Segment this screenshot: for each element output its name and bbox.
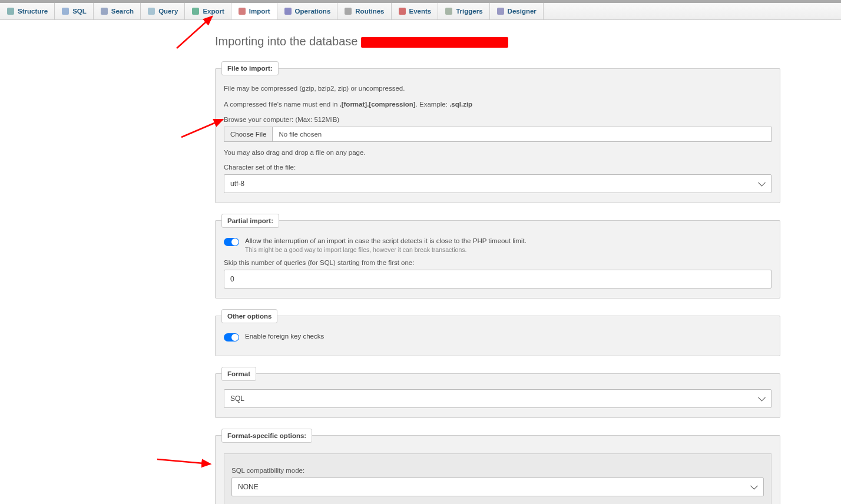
svg-rect-3 bbox=[148, 8, 155, 15]
tab-export[interactable]: Export bbox=[185, 3, 231, 19]
legend-other-options: Other options bbox=[221, 309, 277, 323]
skip-queries-label: Skip this number of queries (for SQL) st… bbox=[224, 259, 772, 266]
tab-label: Export bbox=[203, 8, 224, 15]
svg-rect-5 bbox=[239, 8, 246, 15]
svg-rect-10 bbox=[497, 8, 504, 15]
db-name-redacted bbox=[361, 37, 508, 48]
help-compress-2: A compressed file's name must end in .[f… bbox=[224, 100, 772, 110]
tab-label: Routines bbox=[355, 8, 384, 15]
svg-rect-9 bbox=[445, 8, 452, 15]
tab-label: Events bbox=[409, 8, 432, 15]
legend-file-to-import: File to import: bbox=[221, 61, 279, 75]
panel-other-options: Other options Enable foreign key checks bbox=[215, 309, 780, 356]
tab-sql[interactable]: SQL bbox=[55, 3, 94, 19]
designer-icon bbox=[496, 7, 505, 15]
tab-search[interactable]: Search bbox=[94, 3, 141, 19]
help-compress-1: File may be compressed (gzip, bzip2, zip… bbox=[224, 84, 772, 94]
compat-mode-label: SQL compatibility mode: bbox=[231, 467, 764, 474]
annotation-arrow-import-button bbox=[154, 453, 219, 471]
toggle-foreign-key-checks[interactable] bbox=[224, 333, 239, 341]
browse-label: Browse your computer: (Max: 512MiB) bbox=[224, 116, 772, 123]
tab-events[interactable]: Events bbox=[392, 3, 439, 19]
triggers-icon bbox=[445, 7, 453, 15]
charset-select[interactable]: utf-8 bbox=[224, 174, 772, 193]
svg-rect-4 bbox=[192, 8, 199, 15]
tab-label: Import bbox=[249, 8, 270, 15]
tab-triggers[interactable]: Triggers bbox=[438, 3, 489, 19]
svg-rect-0 bbox=[7, 8, 14, 15]
inner-format-panel: SQL compatibility mode: NONE Do not use … bbox=[224, 453, 772, 504]
svg-line-13 bbox=[157, 459, 210, 464]
svg-rect-1 bbox=[62, 8, 69, 15]
svg-rect-7 bbox=[345, 8, 352, 15]
tab-label: Operations bbox=[295, 8, 331, 15]
panel-partial-import: Partial import: Allow the interruption o… bbox=[215, 214, 780, 299]
page-title: Importing into the database bbox=[215, 35, 780, 48]
tab-query[interactable]: Query bbox=[141, 3, 185, 19]
svg-rect-2 bbox=[101, 8, 108, 15]
sql-icon bbox=[61, 7, 69, 15]
file-input-row[interactable]: Choose File No file chosen bbox=[224, 127, 772, 142]
toggle-allow-interrupt[interactable] bbox=[224, 238, 239, 246]
search-icon bbox=[100, 7, 108, 15]
query-icon bbox=[147, 7, 155, 15]
format-select[interactable]: SQL bbox=[224, 389, 772, 408]
structure-icon bbox=[6, 7, 15, 15]
svg-rect-8 bbox=[399, 8, 406, 15]
skip-queries-input[interactable] bbox=[224, 270, 772, 289]
svg-line-11 bbox=[177, 16, 212, 48]
choose-file-button[interactable]: Choose File bbox=[224, 127, 273, 141]
legend-format-specific: Format-specific options: bbox=[221, 429, 312, 443]
tab-label: SQL bbox=[72, 8, 87, 15]
tab-designer[interactable]: Designer bbox=[490, 3, 544, 19]
tab-label: Search bbox=[111, 8, 134, 15]
tab-routines[interactable]: Routines bbox=[337, 3, 391, 19]
panel-format-specific: Format-specific options: SQL compatibili… bbox=[215, 429, 780, 504]
tab-operations[interactable]: Operations bbox=[277, 3, 338, 19]
toggle-fk-label: Enable foreign key checks bbox=[245, 333, 324, 340]
tab-structure[interactable]: Structure bbox=[0, 3, 55, 19]
top-tabs: StructureSQLSearchQueryExportImportOpera… bbox=[0, 3, 841, 20]
legend-format: Format bbox=[221, 367, 256, 381]
dragdrop-hint: You may also drag and drop a file on any… bbox=[224, 148, 772, 158]
import-icon bbox=[238, 7, 246, 15]
panel-file-to-import: File to import: File may be compressed (… bbox=[215, 61, 780, 203]
events-icon bbox=[398, 7, 406, 15]
page-title-prefix: Importing into the database bbox=[215, 35, 361, 48]
charset-label: Character set of the file: bbox=[224, 164, 772, 171]
tab-label: Structure bbox=[18, 8, 48, 15]
tab-label: Triggers bbox=[456, 8, 482, 15]
legend-partial-import: Partial import: bbox=[221, 214, 279, 228]
tab-import[interactable]: Import bbox=[231, 3, 277, 19]
tab-label: Designer bbox=[508, 8, 537, 15]
operations-icon bbox=[284, 7, 292, 15]
toggle-allow-interrupt-label: Allow the interruption of an import in c… bbox=[245, 237, 527, 253]
export-icon bbox=[191, 7, 200, 15]
compat-mode-select[interactable]: NONE bbox=[231, 478, 764, 496]
routines-icon bbox=[344, 7, 352, 15]
panel-format: Format SQL bbox=[215, 367, 780, 418]
svg-rect-6 bbox=[284, 8, 292, 15]
tab-label: Query bbox=[158, 8, 178, 15]
file-chosen-text: No file chosen bbox=[273, 127, 771, 141]
